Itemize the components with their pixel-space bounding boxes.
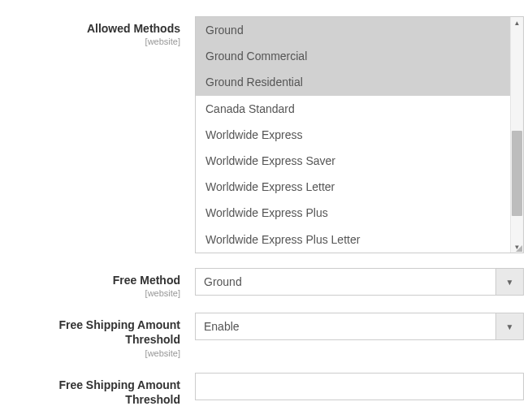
- free-method-value: Ground: [196, 269, 495, 295]
- field-free-threshold-amount: Free Shipping Amount Threshold [website]: [8, 373, 524, 406]
- allowed-methods-multiselect[interactable]: GroundGround CommercialGround Residentia…: [195, 16, 524, 253]
- free-threshold-enable-select[interactable]: Enable ▼: [195, 313, 524, 340]
- multiselect-option[interactable]: Worldwide Express: [196, 122, 510, 148]
- label-free-threshold-enable: Free Shipping Amount Threshold: [8, 317, 180, 347]
- resize-handle-icon[interactable]: [512, 241, 523, 253]
- multiselect-option[interactable]: Worldwide Express Plus Letter: [196, 227, 510, 253]
- free-threshold-amount-input[interactable]: [195, 373, 524, 400]
- multiselect-option[interactable]: Worldwide Express Plus: [196, 200, 510, 226]
- label-col: Free Shipping Amount Threshold [website]: [8, 313, 195, 357]
- label-col: Free Shipping Amount Threshold [website]: [8, 373, 195, 406]
- multiselect-option[interactable]: Ground Commercial: [196, 43, 510, 69]
- label-col: Free Method [website]: [8, 268, 195, 298]
- free-method-select[interactable]: Ground ▼: [195, 268, 524, 296]
- control-col: [195, 373, 524, 400]
- field-free-threshold-enable: Free Shipping Amount Threshold [website]…: [8, 313, 524, 357]
- field-allowed-methods: Allowed Methods [website] GroundGround C…: [8, 16, 524, 253]
- scope-allowed-methods: [website]: [8, 37, 180, 46]
- multiselect-option[interactable]: Canada Standard: [196, 96, 510, 122]
- field-free-method: Free Method [website] Ground ▼: [8, 268, 524, 298]
- control-col: Enable ▼: [195, 313, 524, 340]
- chevron-down-icon[interactable]: ▼: [495, 269, 523, 295]
- scroll-thumb[interactable]: [512, 131, 522, 216]
- label-free-threshold-amount: Free Shipping Amount Threshold: [8, 378, 180, 406]
- label-free-method: Free Method: [8, 273, 180, 287]
- multiselect-option[interactable]: Ground: [196, 17, 510, 43]
- control-col: GroundGround CommercialGround Residentia…: [195, 16, 524, 253]
- scroll-track[interactable]: [511, 28, 523, 241]
- scrollbar[interactable]: ▲ ▼: [510, 17, 523, 253]
- scope-free-threshold-enable: [website]: [8, 348, 180, 358]
- multiselect-list[interactable]: GroundGround CommercialGround Residentia…: [196, 17, 510, 253]
- multiselect-option[interactable]: Ground Residential: [196, 69, 510, 95]
- multiselect-option[interactable]: Worldwide Express Letter: [196, 174, 510, 200]
- chevron-down-icon[interactable]: ▼: [495, 313, 523, 339]
- multiselect-option[interactable]: Worldwide Express Saver: [196, 148, 510, 174]
- label-col: Allowed Methods [website]: [8, 16, 195, 46]
- control-col: Ground ▼: [195, 268, 524, 296]
- label-allowed-methods: Allowed Methods: [8, 21, 180, 36]
- scope-free-method: [website]: [8, 288, 180, 298]
- free-threshold-enable-value: Enable: [196, 313, 495, 339]
- scroll-up-icon[interactable]: ▲: [511, 17, 523, 28]
